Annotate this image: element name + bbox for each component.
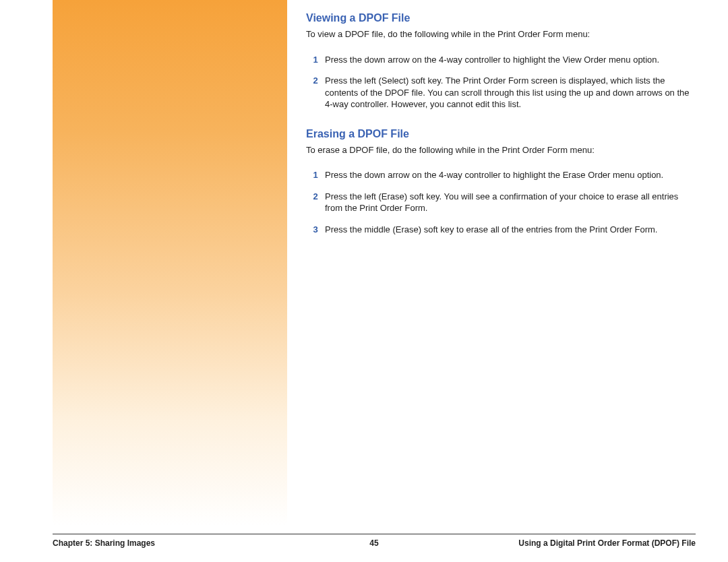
heading-erasing: Erasing a DPOF File	[306, 128, 690, 140]
step-number: 1	[306, 54, 325, 66]
step-text: Press the left (Select) soft key. The Pr…	[325, 75, 690, 111]
step-text: Press the down arrow on the 4-way contro…	[325, 169, 690, 181]
main-content: Viewing a DPOF File To view a DPOF file,…	[306, 12, 690, 245]
step-text: Press the left (Erase) soft key. You wil…	[325, 191, 690, 214]
intro-erasing: To erase a DPOF file, do the following w…	[306, 144, 690, 156]
step: 2 Press the left (Select) soft key. The …	[306, 75, 690, 111]
step: 1 Press the down arrow on the 4-way cont…	[306, 54, 690, 66]
step: 3 Press the middle (Erase) soft key to e…	[306, 224, 690, 236]
intro-viewing: To view a DPOF file, do the following wh…	[306, 28, 690, 40]
step-text: Press the middle (Erase) soft key to era…	[325, 224, 690, 236]
step-number: 2	[306, 191, 325, 214]
step: 2 Press the left (Erase) soft key. You w…	[306, 191, 690, 214]
step-text: Press the down arrow on the 4-way contro…	[325, 54, 690, 66]
heading-viewing: Viewing a DPOF File	[306, 12, 690, 24]
sidebar-gradient	[53, 0, 287, 526]
step: 1 Press the down arrow on the 4-way cont…	[306, 169, 690, 181]
footer-right: Using a Digital Print Order Format (DPOF…	[518, 538, 696, 548]
step-number: 2	[306, 75, 325, 111]
footer-left: Chapter 5: Sharing Images	[53, 538, 155, 548]
step-number: 1	[306, 169, 325, 181]
page-footer: Chapter 5: Sharing Images 45 Using a Dig…	[53, 534, 696, 548]
step-number: 3	[306, 224, 325, 236]
